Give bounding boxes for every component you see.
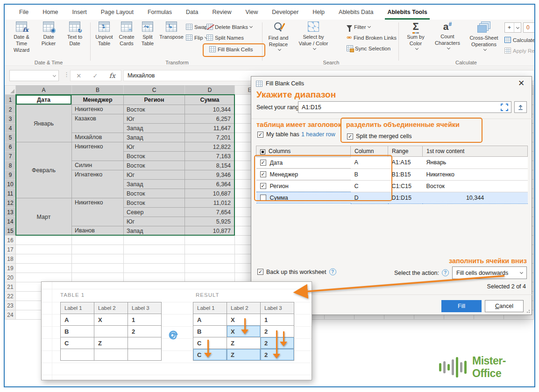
range-input[interactable]: A1:D15 <box>298 101 511 113</box>
select-all-columns-icon[interactable] <box>260 149 265 154</box>
operand-field[interactable]: 0 <box>523 22 535 33</box>
create-cards-button[interactable]: Create Cards <box>116 21 137 57</box>
sheet-cell[interactable]: Иванов <box>72 226 124 236</box>
column-header-c[interactable]: C <box>124 85 185 95</box>
sheet-cell[interactable] <box>16 273 72 282</box>
sheet-cell[interactable]: Март <box>16 198 72 236</box>
sheet-cell[interactable] <box>16 236 72 245</box>
date-picker-button[interactable]: ◉ Date Picker <box>35 21 62 57</box>
sum-by-color-button[interactable]: Σ Sum by Color <box>403 21 429 57</box>
operator-combo[interactable]: + <box>504 22 521 33</box>
date-time-wizard-button[interactable]: fx Date & Time Wizard <box>8 21 35 57</box>
header-row-link[interactable]: 1 header row <box>301 131 335 138</box>
find-and-replace-button[interactable]: Find and Replace <box>264 21 292 57</box>
row-header-19[interactable]: 19 <box>5 264 16 273</box>
header-row-checkbox[interactable]: ✓ <box>257 132 263 138</box>
swap-button[interactable]: Swap <box>186 22 208 32</box>
sheet-cell[interactable]: Дата <box>16 95 72 105</box>
row-header-21[interactable]: 21 <box>5 282 16 292</box>
sheet-cell[interactable]: Юг <box>124 142 185 152</box>
sheet-cell[interactable]: Юг <box>124 114 185 124</box>
collapse-dialog-button[interactable] <box>514 101 527 113</box>
sheet-cell[interactable]: Запад <box>124 226 185 236</box>
sheet-cell[interactable]: 10,877 <box>185 226 235 236</box>
backup-checkbox-row[interactable]: ✓ Back up this worksheet ? <box>257 268 336 275</box>
sheet-cell[interactable]: Восток <box>124 152 185 161</box>
sheet-cell[interactable] <box>185 273 235 282</box>
backup-help-icon[interactable]: ? <box>329 268 336 275</box>
row-header-6[interactable]: 6 <box>5 142 16 152</box>
grid-row-Сумма[interactable]: СуммаDD1:D1510,344 <box>256 192 528 203</box>
column-header-b[interactable]: B <box>72 85 124 95</box>
delete-blanks-button[interactable]: Delete Blanks <box>206 22 252 32</box>
row-header-7[interactable]: 7 <box>5 152 16 161</box>
sheet-cell[interactable] <box>124 236 185 245</box>
tab-ablebits-data[interactable]: Ablebits Data <box>332 5 380 20</box>
name-box[interactable] <box>9 70 59 81</box>
select-all-corner[interactable] <box>5 85 16 95</box>
split-table-button[interactable]: ⤳ Split Table <box>137 21 158 57</box>
row-header-24[interactable]: 24 <box>5 310 16 320</box>
row-header-3[interactable]: 3 <box>5 114 16 124</box>
sheet-cell[interactable]: 6,364 <box>185 180 235 189</box>
grid-row-Регион[interactable]: ✓РегионCC1:C15Восток <box>256 180 528 192</box>
action-help-icon[interactable]: ? <box>442 269 449 276</box>
calculate-button[interactable]: Calculate <box>504 35 535 45</box>
fill-blank-cells-button[interactable]: Fill Blank Cells <box>209 44 253 54</box>
tab-view[interactable]: View <box>238 5 265 20</box>
sheet-cell[interactable]: 9,346 <box>185 170 235 180</box>
confirm-entry-icon[interactable]: ✓ <box>92 72 98 79</box>
tab-ablebits-tools[interactable]: Ablebits Tools <box>380 5 434 20</box>
sheet-cell[interactable]: Казаков <box>72 114 124 133</box>
select-by-button[interactable]: Select by Value / Color <box>294 21 333 57</box>
split-names-button[interactable]: Split Names <box>206 33 244 42</box>
split-merged-checkbox-row[interactable]: ✓ Split the merged cells <box>347 133 412 140</box>
resize-grip[interactable] <box>526 309 530 313</box>
row-header-11[interactable]: 11 <box>5 189 16 198</box>
tab-help[interactable]: Help <box>305 5 332 20</box>
find-broken-links-button[interactable]: ⚮ Find Broken Links <box>347 33 397 42</box>
sheet-cell[interactable]: Регион <box>124 95 185 105</box>
sheet-cell[interactable]: Восток <box>124 198 185 208</box>
cancel-button[interactable]: Cancel <box>485 300 524 312</box>
sheet-cell[interactable] <box>72 264 124 273</box>
action-select[interactable]: Fill cells downwards <box>452 266 527 279</box>
sheet-cell[interactable] <box>185 236 235 245</box>
sheet-cell[interactable] <box>72 245 124 254</box>
sync-selection-button[interactable]: Sync Selection <box>347 43 390 53</box>
tab-page-layout[interactable]: Page Layout <box>94 5 141 20</box>
row-header-15[interactable]: 15 <box>5 226 16 236</box>
flip-button[interactable]: Flip <box>186 33 207 42</box>
sheet-cell[interactable]: 7,201 <box>185 133 235 142</box>
sheet-cell[interactable]: Юг <box>124 217 185 226</box>
sheet-cell[interactable] <box>185 254 235 264</box>
tab-developer[interactable]: Developer <box>265 5 305 20</box>
formula-bar-handle[interactable]: ⋮ <box>64 71 70 78</box>
cancel-entry-icon[interactable]: ✕ <box>76 72 81 79</box>
row-header-20[interactable]: 20 <box>5 273 16 282</box>
sheet-cell[interactable]: 7,654 <box>185 208 235 217</box>
count-characters-button[interactable]: a# Count Characters <box>432 21 463 57</box>
sheet-cell[interactable] <box>72 254 124 264</box>
grid-row-Дата[interactable]: ✓ДатаAA1:A15Январь <box>256 157 528 169</box>
grid-row-Менеджер[interactable]: ✓МенеджерBB1:B15Никитенко <box>256 168 528 180</box>
row-header-8[interactable]: 8 <box>5 161 16 170</box>
row-header-12[interactable]: 12 <box>5 198 16 208</box>
fill-button[interactable]: Fill <box>441 300 482 312</box>
row-header-5[interactable]: 5 <box>5 133 16 142</box>
sheet-cell[interactable] <box>16 245 72 254</box>
column-checkbox[interactable] <box>260 195 266 201</box>
sheet-cell[interactable]: Восток <box>124 161 185 170</box>
row-header-4[interactable]: 4 <box>5 124 16 133</box>
row-header-18[interactable]: 18 <box>5 254 16 264</box>
split-merged-checkbox[interactable]: ✓ <box>347 133 353 140</box>
sheet-cell[interactable]: Михайлов <box>72 133 124 142</box>
column-header-d[interactable]: D <box>185 85 235 95</box>
sheet-cell[interactable]: Запад <box>124 124 185 133</box>
sheet-cell[interactable]: Сумма <box>185 95 235 105</box>
column-checkbox[interactable]: ✓ <box>260 160 266 166</box>
header-row-checkbox-row[interactable]: ✓ My table has 1 header row <box>257 131 335 138</box>
sheet-cell[interactable]: 11,012 <box>185 198 235 208</box>
row-header-16[interactable]: 16 <box>5 236 16 245</box>
filter-button[interactable]: Filter <box>347 22 370 32</box>
